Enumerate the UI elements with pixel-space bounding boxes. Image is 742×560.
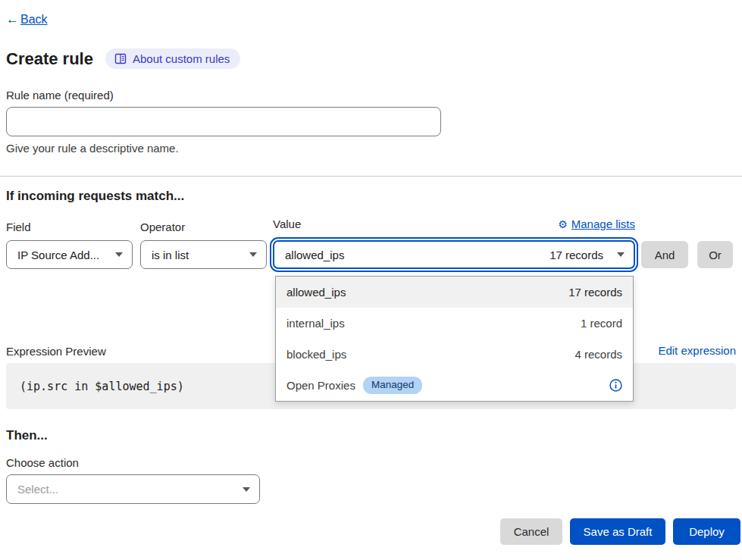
value-column-label: Value: [273, 217, 301, 230]
section-divider: [0, 176, 742, 177]
or-condition-button[interactable]: Or: [697, 241, 733, 268]
info-icon[interactable]: [609, 379, 622, 392]
list-item-open-proxies[interactable]: Open Proxies Managed: [276, 370, 633, 401]
value-list-dropdown: allowed_ips 17 records internal_ips 1 re…: [275, 276, 634, 402]
managed-badge: Managed: [363, 377, 422, 393]
value-selected-records-count: 17 records: [549, 249, 603, 261]
rule-name-label: Rule name (required): [6, 89, 114, 102]
rule-name-input[interactable]: [6, 107, 441, 136]
field-column-label: Field: [6, 221, 31, 233]
chevron-down-icon: [617, 252, 625, 257]
rule-name-help-text: Give your rule a descriptive name.: [6, 142, 179, 155]
expression-preview-label: Expression Preview: [6, 345, 106, 358]
value-list-combobox[interactable]: allowed_ips 17 records: [273, 240, 635, 269]
manage-lists-label: Manage lists: [571, 217, 635, 230]
title-row: Create rule About custom rules: [6, 48, 240, 69]
match-section-heading: If incoming requests match...: [6, 189, 184, 204]
cancel-button[interactable]: Cancel: [500, 518, 562, 545]
list-item-records-count: 17 records: [568, 286, 622, 299]
expression-code: (ip.src in $allowed_ips): [20, 380, 184, 393]
chevron-down-icon: [243, 487, 250, 492]
book-icon: [114, 53, 127, 64]
field-select-value: IP Source Add...: [17, 249, 99, 261]
list-item-blocked-ips[interactable]: blocked_ips 4 records: [276, 339, 633, 370]
deploy-button[interactable]: Deploy: [673, 518, 740, 545]
about-custom-rules-link[interactable]: About custom rules: [105, 48, 240, 69]
chevron-down-icon: [115, 252, 123, 257]
save-as-draft-button[interactable]: Save as Draft: [570, 518, 665, 545]
back-link-label: Back: [20, 13, 48, 27]
list-item-name: internal_ips: [286, 317, 345, 330]
manage-lists-link[interactable]: ⚙ Manage lists: [558, 217, 635, 230]
choose-action-label: Choose action: [6, 456, 79, 469]
list-item-records-count: 4 records: [575, 348, 622, 361]
list-item-name: blocked_ips: [286, 348, 346, 361]
field-select[interactable]: IP Source Add...: [6, 240, 133, 269]
action-select[interactable]: Select...: [6, 474, 260, 504]
operator-select-value: is in list: [152, 249, 189, 261]
value-selected-list: allowed_ips: [285, 249, 344, 261]
about-custom-rules-label: About custom rules: [133, 52, 230, 65]
then-section-heading: Then...: [6, 428, 48, 443]
create-rule-page: ← Back Create rule About custom rules Ru…: [0, 0, 742, 560]
operator-select[interactable]: is in list: [140, 240, 267, 269]
gear-icon: ⚙: [558, 218, 568, 230]
back-arrow-icon: ←: [6, 12, 19, 27]
back-link[interactable]: ← Back: [6, 12, 48, 27]
list-item-allowed-ips[interactable]: allowed_ips 17 records: [276, 277, 633, 308]
list-item-name: allowed_ips: [286, 286, 346, 299]
action-select-placeholder: Select...: [17, 483, 58, 496]
and-condition-button[interactable]: And: [641, 241, 688, 268]
edit-expression-link[interactable]: Edit expression: [658, 344, 736, 357]
list-item-name: Open Proxies: [286, 379, 355, 392]
chevron-down-icon: [249, 252, 257, 257]
operator-column-label: Operator: [140, 221, 185, 233]
page-title: Create rule: [6, 49, 93, 69]
list-item-internal-ips[interactable]: internal_ips 1 record: [276, 308, 633, 339]
value-column-header: Value ⚙ Manage lists: [273, 217, 635, 230]
list-item-records-count: 1 record: [581, 317, 622, 330]
